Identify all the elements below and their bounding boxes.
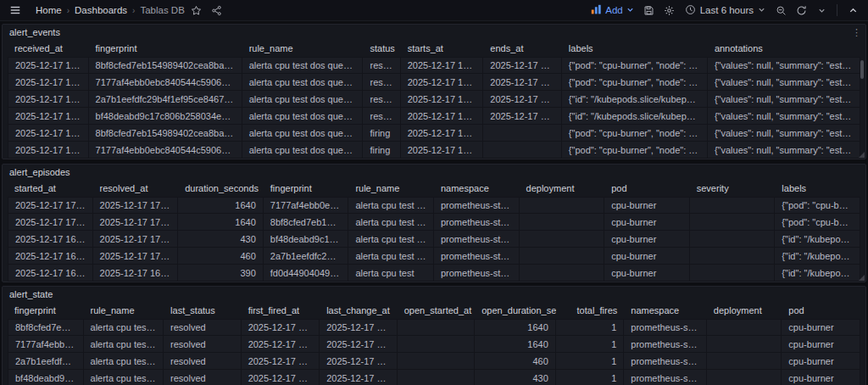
cell-resolved_at: 2025-12-17 17:29:20	[93, 214, 179, 231]
column-header-open_started_at[interactable]: open_started_at	[398, 302, 476, 319]
column-header-rule_name[interactable]: rule_name	[242, 40, 364, 57]
column-header-fingerprint[interactable]: fingerprint	[8, 302, 84, 319]
column-header-last_status[interactable]: last_status	[164, 302, 242, 319]
column-header-deployment[interactable]: deployment	[707, 302, 782, 319]
table-row: 2025-12-17 16:46:302025-12-17 16:53:0039…	[8, 265, 860, 282]
cell-ends_at	[483, 142, 562, 159]
cell-namespace: prometheus-stack	[434, 248, 520, 265]
refresh-icon[interactable]	[793, 2, 810, 19]
panel-resize-handle[interactable]	[859, 275, 865, 281]
panel-menu-icon[interactable]: ⋮	[852, 26, 861, 38]
column-header-fingerprint[interactable]: fingerprint	[89, 40, 242, 57]
cell-open_duration_second: 460	[475, 353, 556, 370]
column-header-annotations[interactable]: annotations	[708, 40, 860, 57]
scrollbar[interactable]	[860, 60, 864, 79]
cell-labels: {"pod": "cpu-burner", "n...	[775, 214, 860, 231]
panel-alert-state: alert_state fingerprintrule_namelast_sta…	[2, 286, 866, 385]
cell-rule_name: alerta cpu test dos querys distintas	[242, 74, 364, 91]
cell-deployment	[707, 319, 782, 336]
cell-last_change_at: 2025-12-17 17:32:30	[320, 319, 398, 336]
cell-open_started_at	[398, 370, 476, 385]
column-header-rule_name[interactable]: rule_name	[348, 180, 434, 197]
cell-deployment	[520, 265, 605, 282]
cell-severity	[690, 214, 776, 231]
cell-fingerprint: 8bf8cfed7eb15498940...	[264, 214, 349, 231]
cell-namespace: prometheus-stack	[624, 336, 707, 353]
cell-fingerprint: 7177af4ebb0ebc840544c59062d4110b46439...	[89, 74, 242, 91]
cell-open_started_at	[398, 336, 476, 353]
cell-pod: cpu-burner	[604, 265, 690, 282]
add-button-label: Add	[605, 5, 622, 15]
cell-duration_seconds: 430	[178, 231, 264, 248]
cell-first_fired_at: 2025-12-17 16:54:00	[242, 370, 320, 385]
cell-last_change_at: 2025-12-17 17:04:00	[320, 370, 398, 385]
menu-icon[interactable]	[7, 2, 24, 19]
cell-last_change_at: 2025-12-17 17:32:30	[320, 336, 398, 353]
cell-resolved_at: 2025-12-17 17:01:10	[93, 248, 179, 265]
cell-starts_at: 2025-12-17 16:53:30	[401, 91, 484, 108]
cell-deployment	[520, 231, 605, 248]
panel-title[interactable]: alert_events	[3, 25, 865, 40]
column-header-pod[interactable]: pod	[782, 302, 860, 319]
cell-annotations: {"values": null, "summary": "esto es un …	[708, 142, 860, 159]
cell-pod: cpu-burner	[604, 197, 690, 214]
chevron-up-icon[interactable]	[844, 2, 861, 19]
column-header-starts_at[interactable]: starts_at	[401, 40, 484, 57]
cell-open_duration_second: 1640	[475, 336, 556, 353]
refresh-interval-dropdown[interactable]	[813, 2, 830, 19]
column-header-labels[interactable]: labels	[562, 40, 708, 57]
panel-title[interactable]: alert_episodes	[3, 165, 865, 180]
column-header-namespace[interactable]: namespace	[624, 302, 707, 319]
cell-last_status: resolved	[164, 336, 242, 353]
column-header-deployment[interactable]: deployment	[520, 180, 605, 197]
breadcrumb-home[interactable]: Home	[36, 5, 62, 15]
cell-rule_name: alerta cpu test dos q...	[84, 353, 164, 370]
time-range-picker[interactable]: Last 6 hours	[682, 2, 769, 19]
column-header-total_fires[interactable]: total_fires	[556, 302, 624, 319]
cell-labels: {"id": "/kubepods.slice/k...	[775, 265, 860, 282]
column-header-open_duration_second[interactable]: open_duration_second	[475, 302, 556, 319]
column-header-first_fired_at[interactable]: first_fired_at	[242, 302, 320, 319]
breadcrumb-separator: ›	[67, 6, 70, 15]
column-header-started_at[interactable]: started_at	[8, 180, 93, 197]
share-icon[interactable]	[209, 2, 225, 19]
gear-icon[interactable]	[661, 2, 678, 19]
table-row: 2025-12-17 16:54:002025-12-17 17:01:1043…	[8, 231, 860, 248]
cell-labels: {"pod": "cpu-burner", "node": "ip-10-40-…	[562, 74, 708, 91]
column-header-last_change_at[interactable]: last_change_at	[320, 302, 398, 319]
star-icon[interactable]	[188, 2, 205, 19]
column-header-fingerprint[interactable]: fingerprint	[264, 180, 349, 197]
cell-open_duration_second: 430	[475, 370, 556, 385]
cell-rule_name: alerta cpu test dos quer...	[348, 197, 434, 214]
column-header-pod[interactable]: pod	[604, 180, 690, 197]
cell-annotations: {"values": null, "summary": "esto es un …	[708, 57, 860, 74]
column-header-resolved_at[interactable]: resolved_at	[93, 180, 179, 197]
cell-labels: {"id": "/kubepods.slice/kubepods-burstab…	[562, 108, 708, 125]
cell-received_at: 2025-12-17 17:32:30	[8, 74, 89, 91]
cell-pod: cpu-burner	[782, 336, 860, 353]
column-header-ends_at[interactable]: ends_at	[483, 40, 562, 57]
column-header-severity[interactable]: severity	[690, 180, 776, 197]
breadcrumb-current: Tablas DB	[140, 5, 184, 15]
cell-annotations: {"values": null, "summary": "esto es un …	[708, 125, 860, 142]
save-icon[interactable]	[641, 2, 658, 19]
column-header-rule_name[interactable]: rule_name	[84, 302, 164, 319]
panel-resize-handle[interactable]	[859, 152, 865, 158]
cell-rule_name: alerta cpu test dos querys	[242, 91, 364, 108]
column-header-duration_seconds[interactable]: duration_seconds	[178, 180, 264, 197]
panel-title[interactable]: alert_state	[3, 287, 865, 302]
cell-first_fired_at: 2025-12-17 17:02:00	[242, 336, 320, 353]
cell-started_at: 2025-12-17 16:53:30	[8, 248, 93, 265]
cell-received_at: 2025-12-17 17:32:30	[8, 57, 89, 74]
cell-rule_name: alerta cpu test	[348, 265, 434, 282]
add-button[interactable]: Add	[587, 2, 637, 19]
cell-open_started_at	[398, 353, 476, 370]
column-header-labels[interactable]: labels	[775, 180, 860, 197]
breadcrumb-dashboards[interactable]: Dashboards	[75, 5, 127, 15]
column-header-received_at[interactable]: received_at	[8, 40, 89, 57]
cell-received_at: 2025-12-17 17:04:00	[8, 108, 89, 125]
zoom-out-icon[interactable]	[772, 2, 789, 19]
table-row: 2025-12-17 17:02:307177af4ebb0ebc840544c…	[8, 142, 860, 159]
column-header-namespace[interactable]: namespace	[434, 180, 520, 197]
column-header-status[interactable]: status	[363, 40, 400, 57]
